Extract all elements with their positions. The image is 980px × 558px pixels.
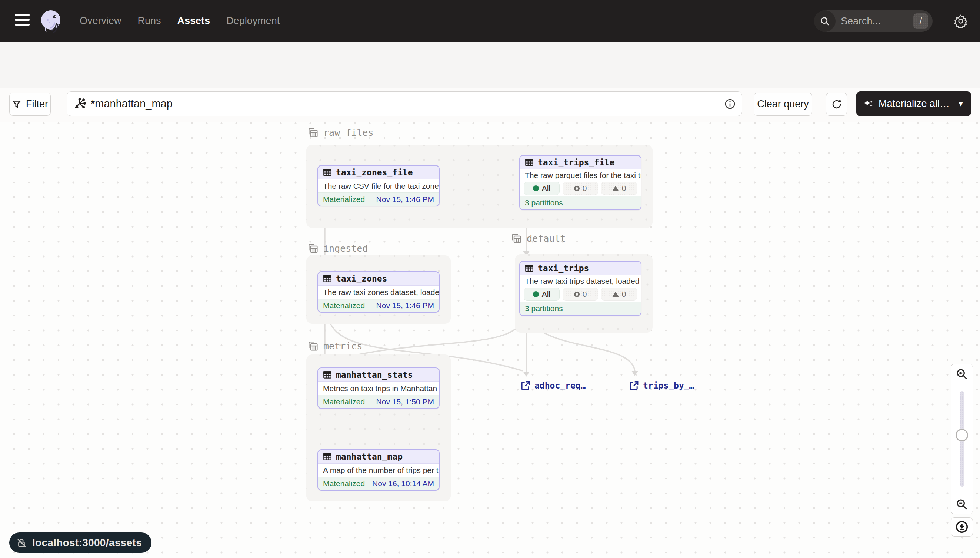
asset-node-taxi-zones[interactable]: taxi_zones The raw taxi zones dataset, l… (318, 271, 440, 313)
partitions-count: 3 partitions (520, 196, 641, 209)
funnel-icon (12, 100, 21, 109)
asset-description: The raw taxi trips dataset, loaded into … (520, 275, 641, 287)
materialized-timestamp: Nov 16, 10:14 AM (372, 479, 434, 488)
materialized-status: Materialized (323, 301, 365, 310)
asset-node-manhattan-stats[interactable]: manhattan_stats Metrics on taxi trips in… (318, 368, 440, 409)
top-nav: Overview Runs Assets Deployment Search..… (0, 0, 980, 42)
success-dot-icon (533, 185, 539, 191)
filter-button[interactable]: Filter (9, 92, 51, 116)
nav-link-runs[interactable]: Runs (138, 15, 161, 27)
asset-name: manhattan_stats (336, 370, 413, 380)
dagster-logo-icon[interactable] (39, 9, 64, 33)
asset-name: taxi_zones (336, 274, 387, 284)
page-header: Global Asset Lineage Reload definitions (0, 42, 980, 88)
settings-gear-icon[interactable] (950, 10, 971, 33)
sparkle-icon (863, 98, 874, 110)
partitions-all-badge[interactable]: All (524, 182, 560, 195)
partitions-missing-badge[interactable]: 0 (601, 182, 637, 195)
group-label-text: ingested (323, 243, 368, 254)
asset-description: The raw CSV file for the taxi zones dat.… (318, 179, 439, 192)
group-label-text: metrics (323, 341, 362, 351)
materialized-timestamp: Nov 15, 1:50 PM (376, 397, 434, 406)
asset-graph-icon (74, 98, 86, 110)
asset-description: A map of the number of trips per taxi z.… (318, 464, 439, 477)
partitions-missing-badge[interactable]: 0 (601, 287, 637, 301)
materialize-all-label: Materialize all… (878, 98, 950, 110)
ring-icon (574, 186, 580, 191)
nav-links: Overview Runs Assets Deployment (80, 0, 280, 42)
external-asset-label: trips_by_… (643, 381, 694, 391)
asset-description: Metrics on taxi trips in Manhattan (318, 382, 439, 395)
table-icon (323, 167, 332, 177)
global-search[interactable]: Search... / (814, 10, 932, 32)
external-asset-trips-by[interactable]: trips_by_… (629, 381, 694, 391)
table-icon (323, 452, 332, 461)
asset-selection-input[interactable]: *manhattan_map (67, 91, 742, 116)
refresh-icon (832, 99, 842, 110)
asset-group-icon (307, 242, 319, 254)
external-link-icon (520, 381, 531, 391)
group-label-metrics[interactable]: metrics (307, 340, 362, 352)
table-icon (323, 274, 332, 284)
refresh-graph-button[interactable] (826, 92, 847, 116)
insecure-lock-icon (16, 537, 27, 548)
asset-description: The raw taxi zones dataset, loaded int..… (318, 286, 439, 299)
group-label-default[interactable]: default (511, 232, 565, 244)
materialized-status: Materialized (323, 397, 365, 406)
search-icon (814, 10, 835, 32)
asset-node-taxi-trips-file[interactable]: taxi_trips_file The raw parquet files fo… (519, 155, 641, 210)
asset-name: manhattan_map (336, 452, 403, 461)
asset-node-taxi-trips[interactable]: taxi_trips The raw taxi trips dataset, l… (519, 261, 641, 316)
partitions-failed-badge[interactable]: 0 (563, 182, 598, 195)
zoom-out-icon (955, 498, 968, 510)
group-label-ingested[interactable]: ingested (307, 242, 368, 254)
clear-query-label: Clear query (757, 98, 809, 110)
group-label-raw-files[interactable]: raw_files (307, 126, 373, 138)
table-icon (524, 263, 534, 273)
nav-link-overview[interactable]: Overview (80, 15, 122, 27)
search-placeholder: Search... (841, 16, 913, 27)
external-link-icon (629, 381, 639, 391)
url-text: localhost:3000/assets (32, 537, 142, 549)
asset-node-taxi-zones-file[interactable]: taxi_zones_file The raw CSV file for the… (318, 165, 440, 207)
materialize-dropdown-caret[interactable]: ▾ (950, 99, 971, 109)
triangle-icon (612, 292, 619, 297)
zoom-in-button[interactable] (951, 364, 973, 384)
materialized-timestamp: Nov 15, 1:46 PM (376, 301, 434, 310)
zoom-out-button[interactable] (951, 494, 973, 514)
clear-query-button[interactable]: Clear query (754, 92, 812, 116)
asset-description: The raw parquet files for the taxi trips… (520, 169, 641, 181)
group-label-text: default (527, 233, 565, 244)
table-icon (323, 370, 332, 380)
download-view-button[interactable] (951, 517, 973, 537)
info-icon[interactable] (724, 98, 736, 110)
dagster-app: Overview Runs Assets Deployment Search..… (0, 0, 980, 558)
asset-name: taxi_trips_file (538, 158, 615, 167)
materialize-all-button[interactable]: Materialize all… ▾ (856, 91, 971, 116)
asset-group-icon (307, 126, 319, 138)
triangle-icon (612, 186, 619, 191)
filter-label: Filter (26, 98, 48, 110)
asset-node-manhattan-map[interactable]: manhattan_map A map of the number of tri… (318, 449, 440, 491)
zoom-in-icon (955, 368, 968, 381)
nav-link-deployment[interactable]: Deployment (226, 15, 280, 27)
asset-selection-value: *manhattan_map (91, 98, 724, 110)
canvas-right-edge (977, 122, 977, 558)
asset-name: taxi_trips (538, 263, 589, 273)
partitions-count: 3 partitions (520, 302, 641, 315)
search-shortcut-badge: / (913, 13, 928, 29)
ring-icon (574, 292, 580, 297)
partitions-failed-badge[interactable]: 0 (563, 287, 598, 301)
asset-group-icon (307, 340, 319, 352)
external-asset-adhoc-request[interactable]: adhoc_req… (520, 381, 586, 391)
zoom-slider[interactable] (951, 384, 973, 494)
asset-group-icon (511, 232, 522, 244)
zoom-slider-thumb[interactable] (955, 429, 968, 441)
lineage-toolbar: Filter *manhattan_map (0, 89, 980, 122)
hamburger-menu-icon[interactable] (15, 14, 31, 28)
download-icon (955, 520, 968, 533)
materialized-status: Materialized (323, 195, 365, 204)
table-icon (524, 158, 534, 167)
partitions-all-badge[interactable]: All (524, 287, 560, 301)
nav-link-assets[interactable]: Assets (178, 15, 210, 27)
